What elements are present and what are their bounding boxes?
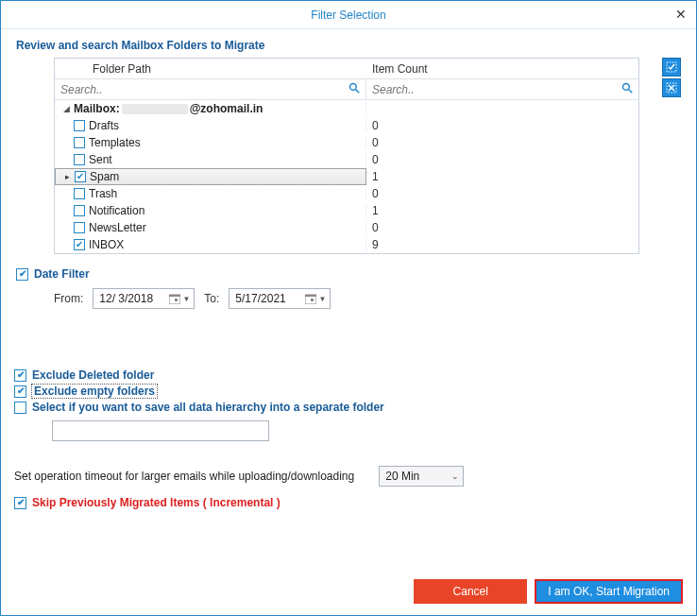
date-filter-label: Date Filter	[34, 267, 90, 281]
redacted-user	[122, 104, 188, 114]
separate-folder-input[interactable]	[52, 420, 269, 441]
to-label: To:	[204, 292, 219, 305]
date-filter-checkbox[interactable]: ✔	[16, 268, 28, 281]
exclude-deleted-label: Exclude Deleted folder	[32, 368, 154, 382]
skip-migrated-checkbox[interactable]: ✔	[14, 497, 26, 509]
save-hierarchy-checkbox[interactable]	[14, 402, 26, 414]
collapse-icon[interactable]: ◢	[60, 104, 72, 113]
item-count: 1	[366, 204, 638, 217]
folder-checkbox[interactable]: ✔	[75, 171, 86, 182]
svg-line-1	[356, 90, 360, 94]
item-count: 0	[366, 153, 638, 166]
item-count: 1	[366, 170, 638, 183]
folder-checkbox[interactable]	[74, 137, 85, 148]
folder-name: INBOX	[89, 238, 124, 251]
svg-line-3	[629, 90, 633, 94]
item-count: 9	[366, 238, 638, 251]
folder-checkbox[interactable]	[74, 154, 85, 165]
to-date-input[interactable]: 5/17/2021 ▼	[229, 288, 331, 309]
folder-name: Templates	[89, 136, 141, 149]
mailbox-row[interactable]: ◢ Mailbox: @zohomail.in	[55, 100, 638, 117]
table-row[interactable]: ✔INBOX9	[55, 236, 638, 253]
table-row[interactable]: ▸✔Spam1	[55, 168, 638, 185]
mailbox-domain: @zohomail.in	[190, 102, 264, 115]
folder-checkbox[interactable]	[74, 222, 85, 233]
table-row[interactable]: Trash0	[55, 185, 638, 202]
folder-name: NewsLetter	[89, 221, 146, 234]
timeout-label: Set operation timeout for larger emails …	[14, 470, 354, 483]
titlebar: Filter Selection ✕	[1, 1, 696, 29]
calendar-icon[interactable]: ▼	[305, 294, 326, 304]
exclude-empty-row: ✔ Exclude empty folders	[14, 385, 683, 398]
from-date-value: 12/ 3/2018	[99, 292, 153, 305]
grid-header: Folder Path Item Count	[55, 59, 638, 79]
item-count: 0	[366, 119, 638, 132]
mailbox-label: Mailbox:	[74, 102, 120, 115]
search-folder-input[interactable]	[55, 83, 348, 96]
exclude-empty-label: Exclude empty folders	[32, 385, 157, 398]
cancel-button[interactable]: Cancel	[414, 579, 527, 604]
close-icon[interactable]: ✕	[673, 7, 688, 22]
start-migration-button[interactable]: I am OK, Start Migration	[535, 579, 683, 604]
folder-name: Spam	[90, 170, 119, 183]
from-date-input[interactable]: 12/ 3/2018 ▼	[93, 288, 195, 309]
table-row[interactable]: Templates0	[55, 134, 638, 151]
folder-checkbox[interactable]	[74, 205, 85, 216]
search-icon[interactable]	[621, 82, 638, 96]
to-date-value: 5/17/2021	[235, 292, 285, 305]
exclude-deleted-row: ✔ Exclude Deleted folder	[14, 368, 683, 382]
item-count: 0	[366, 221, 638, 234]
folder-name: Drafts	[89, 119, 119, 132]
calendar-icon[interactable]: ▼	[169, 294, 190, 304]
folder-checkbox[interactable]	[74, 120, 85, 131]
col-folder-path[interactable]: Folder Path	[55, 62, 366, 76]
svg-rect-12	[305, 295, 316, 297]
table-row[interactable]: Sent0	[55, 151, 638, 168]
search-icon[interactable]	[348, 82, 366, 96]
svg-rect-9	[169, 295, 180, 297]
skip-migrated-row: ✔ Skip Previously Migrated Items ( Incre…	[14, 496, 683, 509]
exclude-deleted-checkbox[interactable]: ✔	[14, 369, 26, 382]
chevron-down-icon: ⌄	[451, 471, 459, 481]
folder-grid: Folder Path Item Count	[54, 58, 639, 254]
col-item-count[interactable]: Item Count	[366, 62, 638, 76]
deselect-all-button[interactable]	[662, 78, 681, 97]
svg-rect-10	[175, 299, 178, 301]
svg-rect-13	[311, 299, 314, 301]
date-filter-row: ✔ Date Filter	[16, 267, 683, 281]
window-title: Filter Selection	[311, 9, 385, 22]
table-row[interactable]: Notification1	[55, 202, 638, 219]
save-hierarchy-label: Select if you want to save all data hier…	[32, 401, 384, 414]
select-all-button[interactable]	[662, 58, 681, 77]
svg-point-0	[350, 84, 357, 91]
folder-name: Trash	[89, 187, 117, 200]
item-count: 0	[366, 136, 638, 149]
folder-name: Notification	[89, 204, 144, 217]
expand-icon[interactable]: ▸	[61, 172, 73, 181]
exclude-empty-checkbox[interactable]: ✔	[14, 385, 26, 398]
table-row[interactable]: NewsLetter0	[55, 219, 638, 236]
timeout-dropdown[interactable]: 20 Min ⌄	[379, 466, 464, 487]
svg-point-2	[623, 84, 630, 91]
folder-name: Sent	[89, 153, 112, 166]
folder-checkbox[interactable]	[74, 188, 85, 199]
save-hierarchy-row: Select if you want to save all data hier…	[14, 401, 683, 414]
timeout-value: 20 Min	[385, 470, 419, 483]
search-count-input[interactable]	[366, 83, 621, 96]
section-header: Review and search Mailbox Folders to Mig…	[16, 39, 683, 52]
folder-checkbox[interactable]: ✔	[74, 239, 85, 250]
item-count: 0	[366, 187, 638, 200]
skip-migrated-label: Skip Previously Migrated Items ( Increme…	[32, 496, 280, 509]
table-row[interactable]: Drafts0	[55, 117, 638, 134]
from-label: From:	[54, 292, 83, 305]
